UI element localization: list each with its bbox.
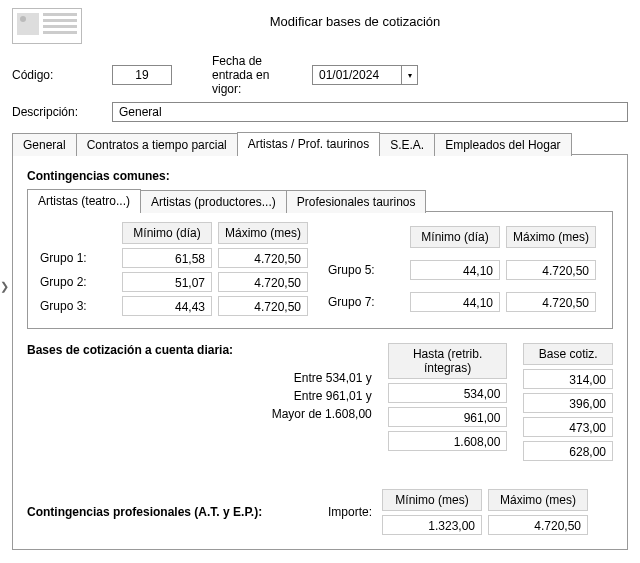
col-min-dia-r: Mínimo (día) bbox=[410, 226, 500, 248]
grupo3-label: Grupo 3: bbox=[36, 299, 116, 313]
fecha-label: Fecha de entrada en vigor: bbox=[212, 54, 302, 96]
groups-left-grid: Mínimo (día) Máximo (mes) Grupo 1: 61,58… bbox=[36, 222, 308, 316]
grupo3-max[interactable]: 4.720,50 bbox=[218, 296, 308, 316]
codigo-label: Código: bbox=[12, 68, 102, 82]
importe-label: Importe: bbox=[307, 505, 372, 519]
col-max-mes: Máximo (mes) bbox=[218, 222, 308, 244]
bc-row3-label: Entre 961,01 y bbox=[252, 389, 372, 403]
cp-max[interactable]: 4.720,50 bbox=[488, 515, 588, 535]
grupo2-max[interactable]: 4.720,50 bbox=[218, 272, 308, 292]
sub-tabs: Artistas (teatro...) Artistas (productor… bbox=[27, 189, 613, 212]
grupo7-max[interactable]: 4.720,50 bbox=[506, 292, 596, 312]
bc-hasta-2[interactable]: 961,00 bbox=[388, 407, 508, 427]
grupo1-label: Grupo 1: bbox=[36, 251, 116, 265]
subtab-teatro[interactable]: Artistas (teatro...) bbox=[27, 189, 141, 212]
dialog-thumbnail bbox=[12, 8, 82, 44]
col-max-mes-r: Máximo (mes) bbox=[506, 226, 596, 248]
expand-chevron-icon[interactable]: ❯ bbox=[0, 280, 9, 293]
grupo1-max[interactable]: 4.720,50 bbox=[218, 248, 308, 268]
col-min-dia: Mínimo (día) bbox=[122, 222, 212, 244]
bc-hasta-1[interactable]: 534,00 bbox=[388, 383, 508, 403]
fecha-input[interactable]: 01/01/2024 bbox=[312, 65, 402, 85]
grupo7-label: Grupo 7: bbox=[324, 295, 404, 309]
grupo2-label: Grupo 2: bbox=[36, 275, 116, 289]
grupo3-min[interactable]: 44,43 bbox=[122, 296, 212, 316]
bc-col-hasta: Hasta (retrib. íntegras) bbox=[388, 343, 508, 379]
groups-right-grid: Mínimo (día) Máximo (mes) Grupo 5: 44,10… bbox=[324, 222, 596, 316]
tab-artistas[interactable]: Artistas / Prof. taurinos bbox=[237, 132, 380, 155]
descripcion-input[interactable]: General bbox=[112, 102, 628, 122]
descripcion-label: Descripción: bbox=[12, 105, 102, 119]
contingencias-comunes-title: Contingencias comunes: bbox=[27, 169, 613, 183]
grupo5-min[interactable]: 44,10 bbox=[410, 260, 500, 280]
dialog-title: Modificar bases de cotización bbox=[82, 8, 628, 29]
grupo1-min[interactable]: 61,58 bbox=[122, 248, 212, 268]
contingencias-prof-title: Contingencias profesionales (A.T. y E.P.… bbox=[27, 505, 297, 519]
date-dropdown-icon[interactable]: ▾ bbox=[402, 65, 418, 85]
grupo5-label: Grupo 5: bbox=[324, 263, 404, 277]
cp-col-min: Mínimo (mes) bbox=[382, 489, 482, 511]
cp-min[interactable]: 1.323,00 bbox=[382, 515, 482, 535]
codigo-input[interactable]: 19 bbox=[112, 65, 172, 85]
bc-row2-label: Entre 534,01 y bbox=[252, 371, 372, 385]
bc-base-2[interactable]: 396,00 bbox=[523, 393, 613, 413]
grupo2-min[interactable]: 51,07 bbox=[122, 272, 212, 292]
bases-cotizacion-title: Bases de cotización a cuenta diaria: bbox=[27, 343, 236, 357]
subtab-productores[interactable]: Artistas (productores...) bbox=[140, 190, 287, 213]
bc-hasta-3[interactable]: 1.608,00 bbox=[388, 431, 508, 451]
bc-hasta-4 bbox=[388, 455, 508, 475]
tab-sea[interactable]: S.E.A. bbox=[379, 133, 435, 156]
main-tabs: General Contratos a tiempo parcial Artis… bbox=[12, 132, 628, 155]
bc-base-3[interactable]: 473,00 bbox=[523, 417, 613, 437]
bc-base-4[interactable]: 628,00 bbox=[523, 441, 613, 461]
bc-col-base: Base cotiz. bbox=[523, 343, 613, 365]
tab-hogar[interactable]: Empleados del Hogar bbox=[434, 133, 571, 156]
cp-col-max: Máximo (mes) bbox=[488, 489, 588, 511]
bc-row4-label: Mayor de 1.608,00 bbox=[252, 407, 372, 421]
tab-contratos[interactable]: Contratos a tiempo parcial bbox=[76, 133, 238, 156]
grupo7-min[interactable]: 44,10 bbox=[410, 292, 500, 312]
bc-base-1[interactable]: 314,00 bbox=[523, 369, 613, 389]
grupo5-max[interactable]: 4.720,50 bbox=[506, 260, 596, 280]
tab-general[interactable]: General bbox=[12, 133, 77, 156]
subtab-taurinos[interactable]: Profesionales taurinos bbox=[286, 190, 427, 213]
